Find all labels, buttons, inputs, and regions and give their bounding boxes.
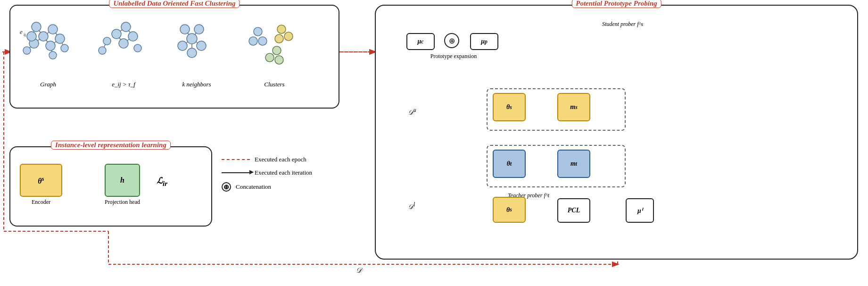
svg-point-91 <box>99 47 106 54</box>
svg-point-70 <box>48 25 58 34</box>
svg-point-69 <box>39 32 48 41</box>
theta-s-student: θs <box>493 93 526 124</box>
graph-label: Graph <box>40 81 56 88</box>
projection-symbol: h <box>120 176 124 185</box>
step3-label: k neighbors <box>182 81 211 88</box>
prototype-expansion-label: Prototype expansion <box>406 53 501 60</box>
svg-point-107 <box>277 25 286 34</box>
svg-point-76 <box>23 47 31 54</box>
svg-point-98 <box>187 34 197 44</box>
d-u-label: 𝒟u <box>408 107 416 117</box>
svg-point-77 <box>49 51 57 59</box>
step4-area: Clusters <box>244 15 305 91</box>
svg-point-104 <box>254 27 262 36</box>
svg-point-109 <box>275 34 283 43</box>
probing-title: Potential Prototype Probing <box>571 0 661 8</box>
student-prober-label: Student prober f^s <box>602 21 643 28</box>
svg-point-112 <box>275 56 283 64</box>
mu-c-box: μc <box>406 33 435 50</box>
svg-text:𝒟: 𝒟 <box>355 266 364 274</box>
loss-label: ℒir <box>157 176 167 188</box>
mu-l-box: μˡ <box>626 198 654 223</box>
clustering-title: Unlabelled Data Oriented Fast Clustering <box>109 0 240 8</box>
svg-point-110 <box>265 53 274 62</box>
svg-point-86 <box>112 29 121 39</box>
svg-point-88 <box>119 39 128 48</box>
svg-point-108 <box>284 32 293 41</box>
main-container: 𝒟 Initialize EMA <box>0 0 868 286</box>
theta-s-bottom: θs <box>493 197 526 225</box>
legend-concat-label: Concatenation <box>236 183 271 191</box>
encoder-block: θs Encoder <box>20 164 62 202</box>
svg-point-71 <box>32 22 41 32</box>
svg-point-105 <box>249 37 257 45</box>
d-l-label: 𝒟l <box>408 202 415 211</box>
svg-point-78 <box>61 44 68 52</box>
svg-point-106 <box>258 37 267 45</box>
instance-title: Instance-level representation learning <box>51 141 171 150</box>
encoder-label: Encoder <box>20 199 62 206</box>
pcl-box: PCL <box>557 198 590 223</box>
svg-point-72 <box>46 41 55 50</box>
svg-point-75 <box>27 32 36 41</box>
graph-area: e ij Graph <box>17 15 79 91</box>
svg-point-100 <box>197 41 206 50</box>
legend-concat: ⊕ Concatenation <box>222 182 354 192</box>
clustering-box: Unlabelled Data Oriented Fast Clustering <box>9 5 339 109</box>
dashed-line-icon <box>222 159 250 160</box>
solid-line-icon <box>222 172 250 173</box>
m-t-box: mt <box>557 150 590 180</box>
legend-dashed: Executed each epoch <box>222 156 354 163</box>
svg-point-92 <box>134 44 141 52</box>
m-s-box: ms <box>557 93 590 124</box>
legend-area: Executed each epoch Executed each iterat… <box>222 156 354 197</box>
svg-point-89 <box>128 32 138 41</box>
encoder-symbol: θs <box>38 175 44 185</box>
concat-symbol: ⊕ <box>444 33 459 48</box>
clusters-label: Clusters <box>264 81 284 88</box>
legend-solid: Executed each iteration <box>222 169 354 177</box>
instance-box: Instance-level representation learning θ… <box>9 146 212 227</box>
mu-p-box: μp <box>470 33 498 50</box>
svg-point-103 <box>187 48 197 58</box>
legend-dashed-label: Executed each epoch <box>255 156 306 163</box>
projection-block: h Projection head <box>105 164 140 202</box>
legend-solid-label: Executed each iteration <box>255 169 312 177</box>
svg-point-87 <box>121 22 131 32</box>
concat-icon: ⊕ <box>222 182 231 192</box>
step3-area: k neighbors <box>166 15 227 91</box>
probing-box: Potential Prototype Probing μc ⊕ μp Prot… <box>375 5 858 260</box>
step2-label: e_ij > τ_f <box>112 81 135 88</box>
svg-text:ij: ij <box>24 32 26 37</box>
svg-point-101 <box>180 25 190 34</box>
svg-point-99 <box>194 25 204 34</box>
svg-point-90 <box>103 37 111 45</box>
step2-area: e_ij > τ_f <box>93 15 154 91</box>
projection-label: Projection head <box>105 199 140 206</box>
theta-t-box: θt <box>493 150 526 180</box>
svg-point-102 <box>178 41 187 50</box>
svg-point-74 <box>55 34 65 43</box>
svg-point-111 <box>273 46 281 55</box>
svg-text:e: e <box>20 28 23 35</box>
